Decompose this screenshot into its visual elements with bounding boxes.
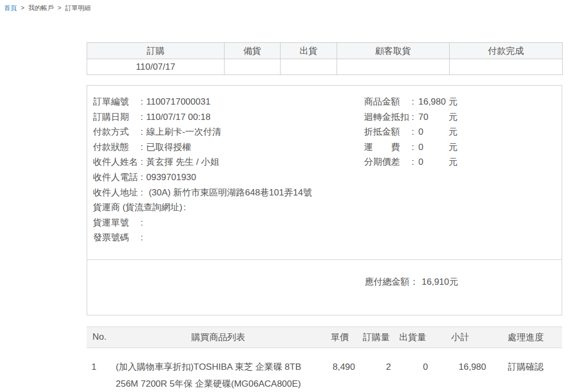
carrier-label: 貨運商 (貨流查詢網址) bbox=[93, 200, 182, 216]
order-info-left-column: 訂單編號:1100717000031 訂購日期:110/07/17 00:18 … bbox=[87, 95, 364, 246]
recipient-name-label: 收件人姓名 bbox=[93, 155, 139, 170]
tracking-number-row: 貨運單號: bbox=[87, 216, 364, 231]
order-date-label: 訂購日期 bbox=[93, 110, 139, 125]
currency-unit: 元 bbox=[449, 125, 458, 140]
breadcrumb-separator: > bbox=[58, 4, 61, 12]
recipient-address-row: 收件人地址: (30A) 新竹市東區明湖路648巷101弄14號 bbox=[87, 185, 364, 201]
colon: : bbox=[141, 216, 143, 231]
products-header-row: No. 購買商品列表 單價 訂購量 出貨量 小計 處理進度 bbox=[87, 326, 562, 348]
products-col-order-qty: 訂購量 bbox=[358, 326, 394, 348]
product-ship-qty: 0 bbox=[394, 348, 431, 392]
tracking-number-label: 貨運單號 bbox=[93, 216, 139, 231]
order-date-value: 110/07/17 00:18 bbox=[146, 110, 211, 125]
shipping-fee-label: 運 費 bbox=[364, 140, 411, 155]
currency-unit: 元 bbox=[449, 155, 458, 170]
breadcrumb-separator: > bbox=[21, 4, 24, 12]
products-table: No. 購買商品列表 單價 訂購量 出貨量 小計 處理進度 1 (加入購物車享折… bbox=[87, 326, 562, 392]
payment-status-row: 付款狀態:已取得授權 bbox=[87, 140, 364, 155]
shipping-fee-row: 運 費:0元 bbox=[364, 140, 562, 155]
colon: : bbox=[412, 155, 414, 170]
colon: : bbox=[141, 125, 143, 140]
currency-unit: 元 bbox=[449, 95, 458, 110]
payable-total-colon: ： bbox=[409, 277, 418, 287]
status-header-row: 訂購 備貨 出貨 顧客取貨 付款完成 bbox=[87, 43, 563, 59]
installment-diff-row: 分期價差:0元 bbox=[364, 155, 562, 170]
order-number-label: 訂單編號 bbox=[93, 95, 139, 110]
status-col-paid: 付款完成 bbox=[450, 43, 563, 59]
colon: : bbox=[141, 110, 143, 125]
colon: : bbox=[141, 185, 143, 201]
status-col-ordered: 訂購 bbox=[87, 43, 225, 59]
payment-method-value: 線上刷卡-一次付清 bbox=[146, 125, 221, 140]
recipient-name-row: 收件人姓名:黃玄揮 先生 / 小姐 bbox=[87, 155, 364, 170]
products-col-ship-qty: 出貨量 bbox=[394, 326, 431, 348]
payable-total-section: 應付總金額：16,910元 bbox=[87, 259, 562, 315]
products-col-unit-price: 單價 bbox=[321, 326, 358, 348]
status-col-preparing: 備貨 bbox=[225, 43, 281, 59]
installment-diff-label: 分期價差 bbox=[364, 155, 411, 170]
payment-status-value: 已取得授權 bbox=[146, 140, 191, 155]
breadcrumb-current-page: 訂單明細 bbox=[65, 4, 90, 12]
recipient-phone-label: 收件人電話 bbox=[93, 170, 139, 185]
payment-status-label: 付款狀態 bbox=[93, 140, 139, 155]
rebate-deduction-row: 迴轉金抵扣:70元 bbox=[364, 110, 562, 125]
status-preparing-date bbox=[225, 59, 281, 75]
invoice-number-label: 發票號碼 bbox=[93, 230, 139, 246]
carrier-row: 貨運商 (貨流查詢網址): bbox=[87, 200, 364, 216]
colon: : bbox=[141, 170, 143, 185]
status-col-pickup: 顧客取貨 bbox=[337, 43, 450, 59]
colon: : bbox=[141, 95, 143, 110]
order-status-table: 訂購 備貨 出貨 顧客取貨 付款完成 110/07/17 bbox=[87, 42, 563, 75]
colon: : bbox=[412, 125, 414, 140]
recipient-address-value: (30A) 新竹市東區明湖路648巷101弄14號 bbox=[146, 185, 312, 201]
recipient-name-value: 黃玄揮 先生 / 小姐 bbox=[146, 155, 219, 170]
status-col-shipped: 出貨 bbox=[281, 43, 337, 59]
products-col-name: 購買商品列表 bbox=[115, 326, 321, 348]
colon: : bbox=[141, 140, 143, 155]
status-shipped-date bbox=[281, 59, 337, 75]
status-ordered-date: 110/07/17 bbox=[87, 59, 225, 75]
colon: : bbox=[412, 140, 414, 155]
order-info-main: 訂單編號:1100717000031 訂購日期:110/07/17 00:18 … bbox=[87, 86, 562, 259]
goods-amount-value: 16,980 bbox=[418, 95, 448, 110]
currency-unit: 元 bbox=[449, 110, 458, 125]
breadcrumb-home-link[interactable]: 首頁 bbox=[4, 4, 17, 12]
products-col-status: 處理進度 bbox=[489, 326, 562, 348]
order-date-row: 訂購日期:110/07/17 00:18 bbox=[87, 110, 364, 125]
order-number-value: 1100717000031 bbox=[146, 95, 211, 110]
recipient-address-label: 收件人地址 bbox=[93, 185, 139, 201]
payment-method-label: 付款方式 bbox=[93, 125, 139, 140]
colon: : bbox=[412, 95, 414, 110]
rebate-deduction-value: 70 bbox=[418, 110, 448, 125]
goods-amount-label: 商品金額 bbox=[364, 95, 411, 110]
breadcrumb: 首頁 > 我的帳戶 > 訂單明細 bbox=[0, 0, 568, 12]
order-info-right-column: 商品金額:16,980元 迴轉金抵扣:70元 折抵金額:0元 運 費:0元 分期… bbox=[364, 95, 562, 246]
payable-total-value: 16,910元 bbox=[422, 277, 458, 287]
order-number-row: 訂單編號:1100717000031 bbox=[87, 95, 364, 110]
discount-amount-value: 0 bbox=[418, 125, 448, 140]
invoice-number-row: 發票號碼: bbox=[87, 230, 364, 246]
colon: : bbox=[183, 200, 186, 216]
discount-amount-row: 折抵金額:0元 bbox=[364, 125, 562, 140]
order-info-panel: 訂單編號:1100717000031 訂購日期:110/07/17 00:18 … bbox=[87, 85, 562, 315]
products-col-no: No. bbox=[87, 326, 115, 348]
product-name: (加入購物車享折扣)TOSHIBA 東芝 企業碟 8TB 256M 7200R … bbox=[115, 348, 321, 392]
colon: : bbox=[141, 230, 143, 246]
installment-diff-value: 0 bbox=[418, 155, 448, 170]
product-order-qty: 2 bbox=[358, 348, 394, 392]
order-detail-content: 訂購 備貨 出貨 顧客取貨 付款完成 110/07/17 訂單編號:110071… bbox=[87, 42, 562, 392]
products-col-subtotal: 小計 bbox=[431, 326, 489, 348]
breadcrumb-account-link[interactable]: 我的帳戶 bbox=[29, 4, 54, 12]
status-paid-date bbox=[450, 59, 563, 75]
product-status: 訂購確認 bbox=[489, 348, 562, 392]
shipping-fee-value: 0 bbox=[418, 140, 448, 155]
product-no: 1 bbox=[87, 348, 115, 392]
payable-total-label: 應付總金額 bbox=[365, 277, 409, 287]
product-subtotal: 16,980 bbox=[431, 348, 489, 392]
recipient-phone-value: 0939701930 bbox=[146, 170, 197, 185]
recipient-phone-row: 收件人電話:0939701930 bbox=[87, 170, 364, 185]
payment-method-row: 付款方式:線上刷卡-一次付清 bbox=[87, 125, 364, 140]
colon: : bbox=[141, 155, 143, 170]
product-row: 1 (加入購物車享折扣)TOSHIBA 東芝 企業碟 8TB 256M 7200… bbox=[87, 348, 562, 392]
status-pickup-date bbox=[337, 59, 450, 75]
